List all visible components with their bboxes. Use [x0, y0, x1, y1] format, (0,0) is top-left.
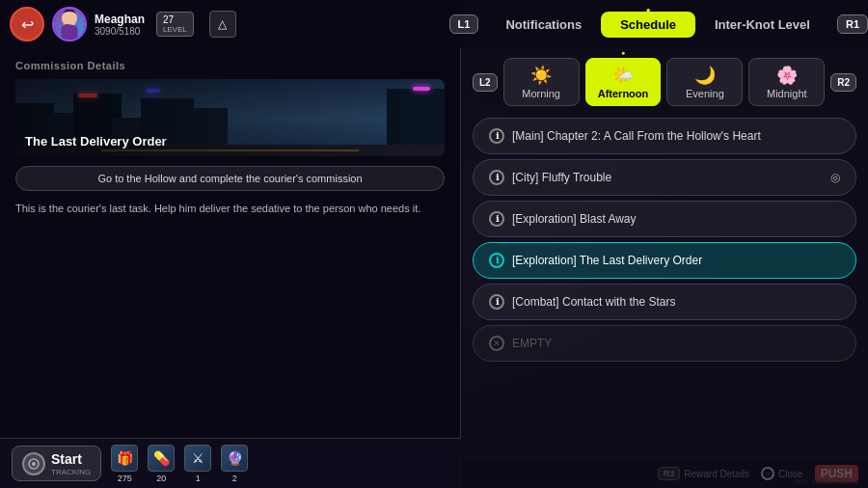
l1-button[interactable]: L1 — [449, 14, 479, 34]
tracking-svg — [28, 458, 40, 470]
time-tab-morning[interactable]: ☀️ Morning — [503, 58, 580, 106]
item-4-icon: 🔮 — [221, 445, 248, 472]
objective-box: Go to the Hollow and complete the courie… — [15, 166, 445, 191]
back-icon: ↩ — [21, 15, 34, 34]
item-4-count: 2 — [232, 474, 237, 483]
item-1: 🎁 275 — [111, 445, 138, 483]
time-tab-midnight[interactable]: 🌸 Midnight — [748, 58, 825, 106]
afternoon-icon: 🌤️ — [612, 65, 634, 86]
morning-icon: ☀️ — [530, 65, 552, 86]
level-number: 27 — [163, 14, 174, 25]
start-button[interactable]: Start TRACKING — [12, 446, 101, 481]
commission-label-main: [Main] Chapter 2: A Call From the Hollow… — [512, 129, 761, 143]
item-1-icon: 🎁 — [111, 445, 138, 472]
empty-label: EMPTY — [512, 337, 552, 350]
info-icon-city: ℹ — [489, 170, 504, 185]
empty-slot: ✕ EMPTY — [473, 325, 856, 362]
commission-item-combat[interactable]: ℹ [Combat] Contact with the Stars — [473, 284, 856, 320]
info-icon-exploration1: ℹ — [489, 211, 504, 227]
avatar — [52, 7, 87, 41]
r1-button[interactable]: R1 — [837, 14, 868, 34]
level-label: LEVEL — [163, 25, 187, 34]
commission-item-city[interactable]: ℹ [City] Fluffy Trouble ◎ — [473, 159, 856, 196]
commission-label-exploration1: [Exploration] Blast Away — [512, 212, 637, 226]
start-label: Start — [51, 451, 82, 467]
item-2-icon: 💊 — [148, 445, 175, 472]
item-3: ⚔ 1 — [184, 445, 211, 483]
player-xp: 3090/5180 — [95, 26, 145, 37]
commission-label-city: [City] Fluffy Trouble — [512, 171, 611, 184]
commission-details-title: Commission Details — [15, 60, 445, 71]
item-3-icon: ⚔ — [184, 445, 211, 472]
empty-x-icon: ✕ — [489, 336, 504, 351]
tracking-icon — [22, 452, 45, 475]
start-label-wrap: Start TRACKING — [51, 450, 91, 476]
item-4: 🔮 2 — [221, 445, 248, 483]
info-icon-combat: ℹ — [489, 294, 504, 310]
midnight-label: Midnight — [767, 88, 807, 99]
commission-image-title: The Last Delivery Order — [25, 134, 167, 149]
triangle-icon: △ — [218, 17, 227, 31]
bottom-bar: Start TRACKING 🎁 275 💊 20 ⚔ 1 🔮 2 — [0, 438, 461, 488]
item-2-count: 20 — [156, 474, 166, 483]
left-panel: Commission Details — [0, 48, 461, 488]
main-content: Commission Details — [0, 48, 868, 488]
tracking-label: TRACKING — [51, 468, 91, 476]
right-panel: L2 ☀️ Morning 🌤️ Afternoon 🌙 Evening 🌸 M… — [461, 48, 868, 488]
triangle-button[interactable]: △ — [209, 11, 236, 38]
r2-button[interactable]: R2 — [830, 73, 856, 92]
commission-label-combat: [Combat] Contact with the Stars — [512, 295, 675, 309]
commission-list: ℹ [Main] Chapter 2: A Call From the Holl… — [473, 118, 856, 478]
evening-label: Evening — [686, 88, 724, 99]
commission-label-exploration2: [Exploration] The Last Delivery Order — [512, 254, 702, 267]
avatar-inner — [54, 9, 85, 40]
nav-tabs: Notifications Schedule Inter-Knot Level — [486, 12, 829, 38]
player-level-badge: 27 LEVEL — [156, 12, 194, 37]
time-tab-evening[interactable]: 🌙 Evening — [666, 58, 743, 106]
tab-notifications[interactable]: Notifications — [486, 12, 601, 38]
item-3-count: 1 — [196, 474, 201, 483]
tab-inter-knot-level[interactable]: Inter-Knot Level — [695, 12, 829, 38]
topbar-left: ↩ Meaghan 3090/5180 27 LEVEL △ — [0, 7, 236, 41]
player-info: Meaghan 3090/5180 — [95, 13, 145, 37]
info-icon-main: ℹ — [489, 128, 504, 144]
info-icon-exploration2: ℹ — [489, 253, 504, 268]
description-text: This is the courier's last task. Help hi… — [15, 201, 445, 217]
commission-item-main[interactable]: ℹ [Main] Chapter 2: A Call From the Holl… — [473, 118, 856, 154]
item-1-count: 275 — [118, 474, 132, 483]
commission-item-exploration1[interactable]: ℹ [Exploration] Blast Away — [473, 201, 856, 237]
midnight-icon: 🌸 — [776, 65, 798, 86]
topbar: ↩ Meaghan 3090/5180 27 LEVEL △ L1 N — [0, 0, 868, 48]
svg-point-3 — [32, 462, 36, 466]
morning-label: Morning — [522, 88, 560, 99]
tab-schedule[interactable]: Schedule — [601, 12, 695, 38]
back-button[interactable]: ↩ — [10, 7, 44, 41]
item-2: 💊 20 — [148, 445, 175, 483]
player-name: Meaghan — [95, 13, 145, 26]
time-tabs: L2 ☀️ Morning 🌤️ Afternoon 🌙 Evening 🌸 M… — [473, 58, 856, 106]
evening-icon: 🌙 — [694, 65, 716, 86]
commission-item-exploration2[interactable]: ℹ [Exploration] The Last Delivery Order — [473, 242, 856, 279]
time-tab-afternoon[interactable]: 🌤️ Afternoon — [585, 58, 662, 106]
afternoon-label: Afternoon — [598, 88, 649, 99]
l2-button[interactable]: L2 — [473, 73, 498, 92]
avatar-art — [55, 7, 84, 41]
commission-image: The Last Delivery Order — [15, 79, 445, 156]
location-icon: ◎ — [830, 171, 840, 184]
